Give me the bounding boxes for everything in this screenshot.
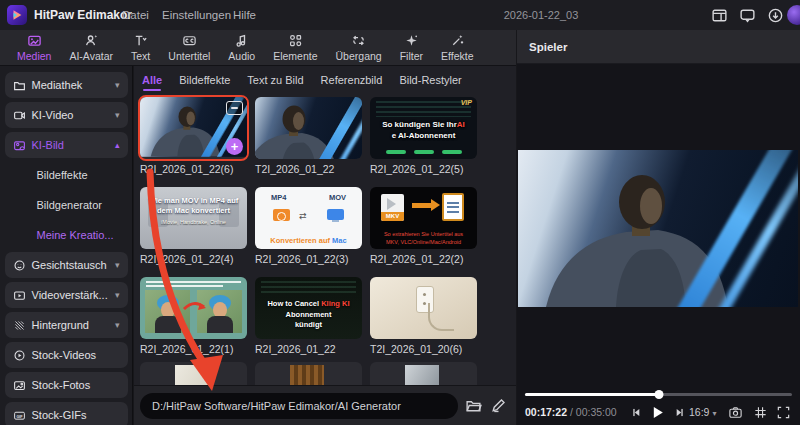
player-controls: 00:17:22 / 00:35:00 16:9▾	[517, 402, 800, 425]
seek-progress	[525, 393, 659, 396]
sidebar-item-mediathek[interactable]: Mediathek ▾	[5, 72, 128, 98]
video-preview[interactable]	[518, 150, 798, 307]
layout-panels-icon[interactable]	[711, 7, 728, 24]
edit-pencil-icon[interactable]	[490, 397, 507, 414]
tab-text-zu-bild[interactable]: Text zu Bild	[247, 74, 303, 86]
sidebar-item-label: KI-Video	[32, 109, 74, 121]
open-folder-icon[interactable]	[465, 397, 482, 414]
chevron-down-icon[interactable]: ▾	[115, 80, 120, 90]
media-item[interactable]: T2I_2026_01_20(6)	[370, 277, 477, 355]
tab-text[interactable]: Text	[122, 30, 159, 65]
seek-handle[interactable]	[654, 390, 663, 399]
media-thumbnail-partial[interactable]	[370, 362, 477, 385]
folder-path-input[interactable]	[140, 393, 458, 419]
monitor-glyph	[327, 209, 344, 220]
media-thumbnail[interactable]: MP4 MOV ⇄ Konvertieren auf Mac	[255, 187, 362, 249]
transition-icon	[351, 33, 366, 48]
tab-bildeffekte[interactable]: Bildeffekte	[179, 74, 230, 86]
user-avatar[interactable]	[787, 5, 800, 25]
sidebar-item-label: Meine Kreatio...	[37, 229, 114, 241]
edimakor-window: HitPaw Edimakor Datei Einstellungen Hilf…	[0, 0, 800, 425]
sidebar: Mediathek ▾ KI-Video ▾ KI-Bild ▴ Bildeff…	[0, 66, 133, 425]
sidebar-item-stock-gifs[interactable]: GIF Stock-GIFs	[5, 402, 128, 425]
feedback-chat-icon[interactable]	[739, 7, 756, 24]
tab-untertitel[interactable]: Untertitel	[159, 30, 219, 65]
tab-bild-restyler[interactable]: Bild-Restyler	[399, 74, 461, 86]
media-thumbnail[interactable]	[370, 277, 477, 339]
media-item-label: R2I_2026_01_22(6)	[140, 163, 247, 175]
next-frame-button[interactable]	[672, 405, 687, 420]
filter-icon	[404, 33, 419, 48]
media-thumbnail[interactable]: VIP So kündigen Sie IhrAI e AI-Abonnenen…	[370, 97, 477, 159]
media-item-label: T2I_2026_01_20(6)	[370, 343, 477, 355]
player-panel: Spieler 00:17:22 / 00:35:00	[517, 30, 800, 425]
video-enhance-icon	[13, 289, 26, 302]
sidebar-item-label: Bildgenerator	[37, 199, 102, 211]
previous-frame-button[interactable]	[629, 405, 644, 420]
add-to-timeline-button[interactable]: +	[226, 138, 243, 155]
media-item[interactable]: R2I_2026_01_22(1)	[140, 277, 247, 355]
media-item[interactable]: T2I_2026_01_22	[255, 97, 362, 175]
media-thumbnail-selected[interactable]: +	[140, 97, 247, 159]
menu-datei[interactable]: Datei	[122, 0, 149, 30]
sidebar-subitem-bildgenerator[interactable]: Bildgenerator	[5, 192, 128, 218]
media-thumbnail-partial[interactable]	[140, 362, 247, 385]
tab-referenzbild[interactable]: Referenzbild	[321, 74, 383, 86]
face-swap-icon	[13, 259, 26, 272]
media-thumbnail[interactable]	[255, 97, 362, 159]
snapshot-camera-icon[interactable]	[728, 405, 743, 420]
sidebar-item-videoverstaerker[interactable]: Videoverstärk... ▾	[5, 282, 128, 308]
tab-audio[interactable]: Audio	[219, 30, 264, 65]
tab-alle[interactable]: Alle	[142, 74, 162, 86]
effects-wand-icon	[450, 33, 465, 48]
cable-glyph	[428, 303, 454, 331]
chevron-down-icon[interactable]: ▾	[115, 260, 120, 270]
menu-hilfe[interactable]: Hilfe	[233, 0, 256, 30]
media-item[interactable]: MP4 MOV ⇄ Konvertieren auf Mac R2I_2026_…	[255, 187, 362, 265]
media-item-label: R2I_2026_01_22(2)	[370, 253, 477, 265]
tab-elemente[interactable]: Elemente	[264, 30, 326, 65]
sidebar-item-hintergrund[interactable]: Hintergrund ▾	[5, 312, 128, 338]
grid-overlay-icon[interactable]	[753, 405, 768, 420]
sidebar-subitem-bildeffekte[interactable]: Bildeffekte	[5, 162, 128, 188]
sidebar-subitem-meine-kreationen[interactable]: Meine Kreatio...	[5, 222, 128, 248]
media-thumbnail-partial[interactable]	[255, 362, 362, 385]
play-button[interactable]	[649, 404, 666, 421]
chevron-up-icon[interactable]: ▴	[115, 140, 120, 150]
tab-label: Text	[131, 50, 150, 62]
folder-icon	[13, 79, 26, 92]
tab-label: AI-Avatar	[69, 50, 113, 62]
tab-label: Filter	[400, 50, 423, 62]
tab-medien[interactable]: Medien	[8, 30, 60, 65]
media-thumbnail[interactable]: How to Cancel Kling KI Abonnement kündig…	[255, 277, 362, 339]
menu-einstellungen[interactable]: Einstellungen	[162, 0, 231, 30]
chevron-down-icon[interactable]: ▾	[115, 290, 120, 300]
tab-effekte[interactable]: Effekte	[432, 30, 483, 65]
tab-label: Übergang	[336, 50, 382, 62]
download-icon[interactable]	[767, 7, 784, 24]
chevron-down-icon[interactable]: ▾	[115, 110, 120, 120]
sidebar-item-ki-video[interactable]: KI-Video ▾	[5, 102, 128, 128]
sidebar-item-stock-fotos[interactable]: Stock-Fotos	[5, 372, 128, 398]
chevron-down-icon[interactable]: ▾	[115, 320, 120, 330]
media-item[interactable]: Wie man MOV in MP4 auf dem Mac konvertie…	[140, 187, 247, 265]
media-item[interactable]: How to Cancel Kling KI Abonnement kündig…	[255, 277, 362, 355]
media-thumbnail[interactable]	[140, 277, 247, 339]
media-item[interactable]: + R2I_2026_01_22(6)	[140, 97, 247, 175]
tab-filter[interactable]: Filter	[391, 30, 432, 65]
ai-image-icon	[13, 139, 26, 152]
fullscreen-icon[interactable]	[776, 405, 791, 420]
tab-ai-avatar[interactable]: AI-Avatar	[60, 30, 122, 65]
aspect-ratio-dropdown[interactable]: 16:9▾	[689, 406, 716, 418]
media-item[interactable]: VIP So kündigen Sie IhrAI e AI-Abonnenen…	[370, 97, 477, 175]
sidebar-item-stock-videos[interactable]: Stock-Videos	[5, 342, 128, 368]
media-thumbnail[interactable]: MKV So extrahieren Sie Untertitel aus MK…	[370, 187, 477, 249]
tab-uebergang[interactable]: Übergang	[327, 30, 391, 65]
seek-bar[interactable]	[525, 393, 792, 396]
media-thumbnail[interactable]: Wie man MOV in MP4 auf dem Mac konvertie…	[140, 187, 247, 249]
media-item[interactable]: MKV So extrahieren Sie Untertitel aus MK…	[370, 187, 477, 265]
sidebar-item-gesichtstausch[interactable]: Gesichtstausch ▾	[5, 252, 128, 278]
text-icon	[133, 33, 148, 48]
sidebar-item-ki-bild[interactable]: KI-Bild ▴	[5, 132, 128, 158]
media-item-label: T2I_2026_01_22	[255, 163, 362, 175]
